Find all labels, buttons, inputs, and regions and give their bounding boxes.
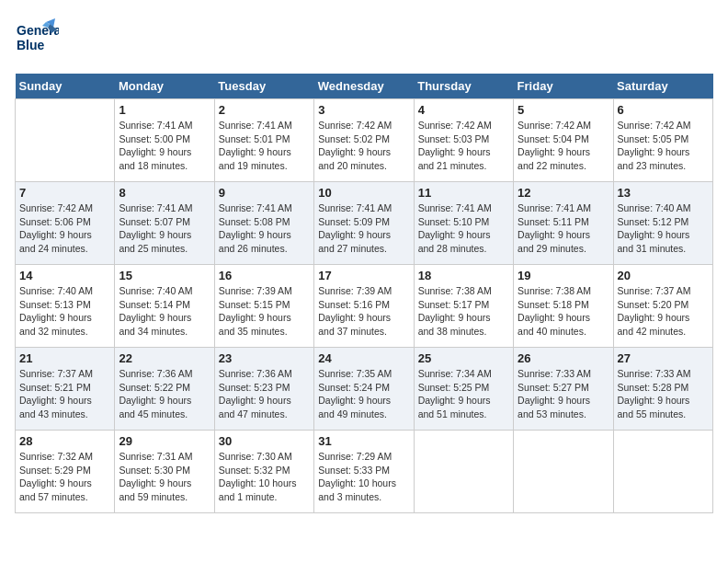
day-info: Sunrise: 7:41 AMSunset: 5:07 PMDaylight:… bbox=[119, 201, 210, 256]
day-number: 25 bbox=[418, 351, 509, 365]
day-info: Sunrise: 7:35 AMSunset: 5:24 PMDaylight:… bbox=[318, 367, 409, 421]
column-header-friday: Friday bbox=[514, 74, 613, 99]
calendar-cell: 16Sunrise: 7:39 AMSunset: 5:15 PMDayligh… bbox=[214, 265, 313, 348]
logo-icon: General Blue bbox=[15, 15, 59, 59]
day-number: 29 bbox=[119, 434, 210, 448]
day-number: 12 bbox=[518, 186, 609, 200]
calendar-cell bbox=[613, 431, 712, 513]
calendar-cell: 23Sunrise: 7:36 AMSunset: 5:23 PMDayligh… bbox=[214, 348, 313, 431]
page-header: General Blue bbox=[15, 15, 713, 63]
calendar-cell: 5Sunrise: 7:42 AMSunset: 5:04 PMDaylight… bbox=[514, 99, 613, 182]
day-number: 15 bbox=[119, 269, 210, 282]
column-header-thursday: Thursday bbox=[414, 74, 513, 99]
day-number: 11 bbox=[418, 186, 509, 200]
day-info: Sunrise: 7:38 AMSunset: 5:17 PMDaylight:… bbox=[418, 284, 509, 339]
svg-text:Blue: Blue bbox=[17, 38, 45, 52]
day-number: 23 bbox=[219, 351, 310, 365]
day-info: Sunrise: 7:41 AMSunset: 5:10 PMDaylight:… bbox=[418, 201, 509, 256]
calendar-cell: 21Sunrise: 7:37 AMSunset: 5:21 PMDayligh… bbox=[16, 348, 115, 431]
day-info: Sunrise: 7:41 AMSunset: 5:08 PMDaylight:… bbox=[219, 201, 310, 256]
calendar-cell: 9Sunrise: 7:41 AMSunset: 5:08 PMDaylight… bbox=[214, 182, 313, 265]
day-number: 3 bbox=[318, 103, 409, 117]
column-header-tuesday: Tuesday bbox=[214, 74, 313, 99]
calendar-cell: 31Sunrise: 7:29 AMSunset: 5:33 PMDayligh… bbox=[314, 431, 414, 513]
day-number: 5 bbox=[518, 103, 609, 117]
day-info: Sunrise: 7:37 AMSunset: 5:20 PMDaylight:… bbox=[618, 284, 709, 339]
calendar-week-row: 28Sunrise: 7:32 AMSunset: 5:29 PMDayligh… bbox=[16, 431, 713, 513]
day-number: 17 bbox=[318, 269, 409, 282]
calendar-week-row: 7Sunrise: 7:42 AMSunset: 5:06 PMDaylight… bbox=[16, 182, 713, 265]
day-info: Sunrise: 7:32 AMSunset: 5:29 PMDaylight:… bbox=[19, 450, 110, 504]
calendar-cell: 28Sunrise: 7:32 AMSunset: 5:29 PMDayligh… bbox=[16, 431, 115, 513]
column-header-saturday: Saturday bbox=[613, 74, 712, 99]
day-number: 26 bbox=[518, 351, 609, 365]
day-number: 4 bbox=[418, 103, 509, 117]
day-number: 31 bbox=[318, 434, 409, 448]
day-number: 8 bbox=[119, 186, 210, 200]
calendar-week-row: 1Sunrise: 7:41 AMSunset: 5:00 PMDaylight… bbox=[16, 99, 713, 182]
day-number: 10 bbox=[318, 186, 409, 200]
day-number: 28 bbox=[19, 434, 110, 448]
calendar-cell: 13Sunrise: 7:40 AMSunset: 5:12 PMDayligh… bbox=[613, 182, 712, 265]
calendar-cell: 6Sunrise: 7:42 AMSunset: 5:05 PMDaylight… bbox=[613, 99, 712, 182]
day-info: Sunrise: 7:33 AMSunset: 5:27 PMDaylight:… bbox=[518, 367, 609, 421]
column-header-wednesday: Wednesday bbox=[314, 74, 414, 99]
day-number: 22 bbox=[119, 351, 210, 365]
calendar-cell: 15Sunrise: 7:40 AMSunset: 5:14 PMDayligh… bbox=[115, 265, 214, 348]
day-number: 1 bbox=[119, 103, 210, 117]
day-number: 18 bbox=[418, 269, 509, 282]
day-info: Sunrise: 7:29 AMSunset: 5:33 PMDaylight:… bbox=[318, 450, 409, 504]
calendar-cell bbox=[514, 431, 613, 513]
calendar-cell bbox=[16, 99, 115, 182]
day-info: Sunrise: 7:31 AMSunset: 5:30 PMDaylight:… bbox=[119, 450, 210, 504]
day-number: 21 bbox=[19, 351, 110, 365]
calendar-cell: 3Sunrise: 7:42 AMSunset: 5:02 PMDaylight… bbox=[314, 99, 414, 182]
day-info: Sunrise: 7:40 AMSunset: 5:14 PMDaylight:… bbox=[119, 284, 210, 339]
calendar-cell: 29Sunrise: 7:31 AMSunset: 5:30 PMDayligh… bbox=[115, 431, 214, 513]
calendar-cell: 27Sunrise: 7:33 AMSunset: 5:28 PMDayligh… bbox=[613, 348, 712, 431]
calendar-cell: 30Sunrise: 7:30 AMSunset: 5:32 PMDayligh… bbox=[214, 431, 313, 513]
column-header-sunday: Sunday bbox=[16, 74, 115, 99]
day-info: Sunrise: 7:39 AMSunset: 5:16 PMDaylight:… bbox=[318, 284, 409, 339]
calendar-cell: 1Sunrise: 7:41 AMSunset: 5:00 PMDaylight… bbox=[115, 99, 214, 182]
day-info: Sunrise: 7:41 AMSunset: 5:00 PMDaylight:… bbox=[119, 119, 210, 173]
day-info: Sunrise: 7:41 AMSunset: 5:11 PMDaylight:… bbox=[518, 201, 609, 256]
calendar-cell: 22Sunrise: 7:36 AMSunset: 5:22 PMDayligh… bbox=[115, 348, 214, 431]
day-number: 19 bbox=[518, 269, 609, 282]
day-info: Sunrise: 7:40 AMSunset: 5:12 PMDaylight:… bbox=[618, 201, 709, 256]
day-number: 27 bbox=[618, 351, 709, 365]
day-info: Sunrise: 7:36 AMSunset: 5:22 PMDaylight:… bbox=[119, 367, 210, 421]
day-number: 16 bbox=[219, 269, 310, 282]
day-info: Sunrise: 7:42 AMSunset: 5:06 PMDaylight:… bbox=[19, 201, 110, 256]
calendar-cell: 20Sunrise: 7:37 AMSunset: 5:20 PMDayligh… bbox=[613, 265, 712, 348]
calendar-cell: 8Sunrise: 7:41 AMSunset: 5:07 PMDaylight… bbox=[115, 182, 214, 265]
calendar-cell: 26Sunrise: 7:33 AMSunset: 5:27 PMDayligh… bbox=[514, 348, 613, 431]
day-info: Sunrise: 7:42 AMSunset: 5:04 PMDaylight:… bbox=[518, 119, 609, 173]
day-info: Sunrise: 7:39 AMSunset: 5:15 PMDaylight:… bbox=[219, 284, 310, 339]
calendar-cell: 4Sunrise: 7:42 AMSunset: 5:03 PMDaylight… bbox=[414, 99, 513, 182]
day-number: 20 bbox=[618, 269, 709, 282]
calendar-cell: 2Sunrise: 7:41 AMSunset: 5:01 PMDaylight… bbox=[214, 99, 313, 182]
calendar-cell: 11Sunrise: 7:41 AMSunset: 5:10 PMDayligh… bbox=[414, 182, 513, 265]
day-info: Sunrise: 7:42 AMSunset: 5:05 PMDaylight:… bbox=[618, 119, 709, 173]
calendar-week-row: 21Sunrise: 7:37 AMSunset: 5:21 PMDayligh… bbox=[16, 348, 713, 431]
calendar-cell: 10Sunrise: 7:41 AMSunset: 5:09 PMDayligh… bbox=[314, 182, 414, 265]
day-info: Sunrise: 7:36 AMSunset: 5:23 PMDaylight:… bbox=[219, 367, 310, 421]
day-number: 30 bbox=[219, 434, 310, 448]
calendar-cell bbox=[414, 431, 513, 513]
day-info: Sunrise: 7:37 AMSunset: 5:21 PMDaylight:… bbox=[19, 367, 110, 421]
day-info: Sunrise: 7:42 AMSunset: 5:03 PMDaylight:… bbox=[418, 119, 509, 173]
calendar-cell: 19Sunrise: 7:38 AMSunset: 5:18 PMDayligh… bbox=[514, 265, 613, 348]
day-number: 13 bbox=[618, 186, 709, 200]
calendar-header-row: SundayMondayTuesdayWednesdayThursdayFrid… bbox=[16, 74, 713, 99]
day-number: 7 bbox=[19, 186, 110, 200]
logo: General Blue bbox=[15, 15, 59, 63]
day-number: 24 bbox=[318, 351, 409, 365]
day-info: Sunrise: 7:30 AMSunset: 5:32 PMDaylight:… bbox=[219, 450, 310, 504]
day-info: Sunrise: 7:34 AMSunset: 5:25 PMDaylight:… bbox=[418, 367, 509, 421]
calendar-cell: 24Sunrise: 7:35 AMSunset: 5:24 PMDayligh… bbox=[314, 348, 414, 431]
day-info: Sunrise: 7:41 AMSunset: 5:09 PMDaylight:… bbox=[318, 201, 409, 256]
calendar-cell: 12Sunrise: 7:41 AMSunset: 5:11 PMDayligh… bbox=[514, 182, 613, 265]
calendar-cell: 18Sunrise: 7:38 AMSunset: 5:17 PMDayligh… bbox=[414, 265, 513, 348]
day-info: Sunrise: 7:33 AMSunset: 5:28 PMDaylight:… bbox=[618, 367, 709, 421]
